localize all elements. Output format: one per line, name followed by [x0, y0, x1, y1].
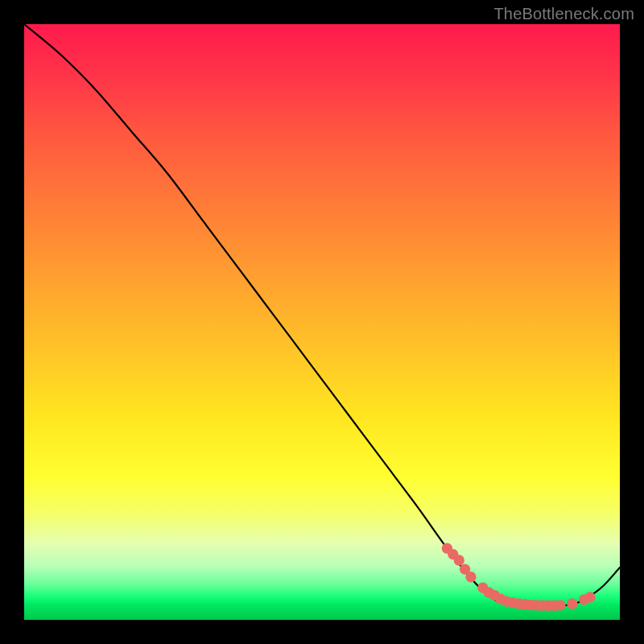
highlight-point — [584, 592, 595, 602]
watermark-text: TheBottleneck.com — [493, 5, 634, 23]
plot-area — [24, 24, 620, 620]
highlight-point — [567, 598, 577, 609]
highlight-point — [555, 600, 565, 610]
highlight-point — [465, 572, 476, 582]
chart-frame: TheBottleneck.com — [0, 0, 644, 644]
bottleneck-curve-svg — [24, 24, 620, 620]
bottleneck-curve-line — [24, 24, 620, 606]
highlight-point — [454, 555, 464, 565]
highlight-points-group — [442, 543, 596, 611]
